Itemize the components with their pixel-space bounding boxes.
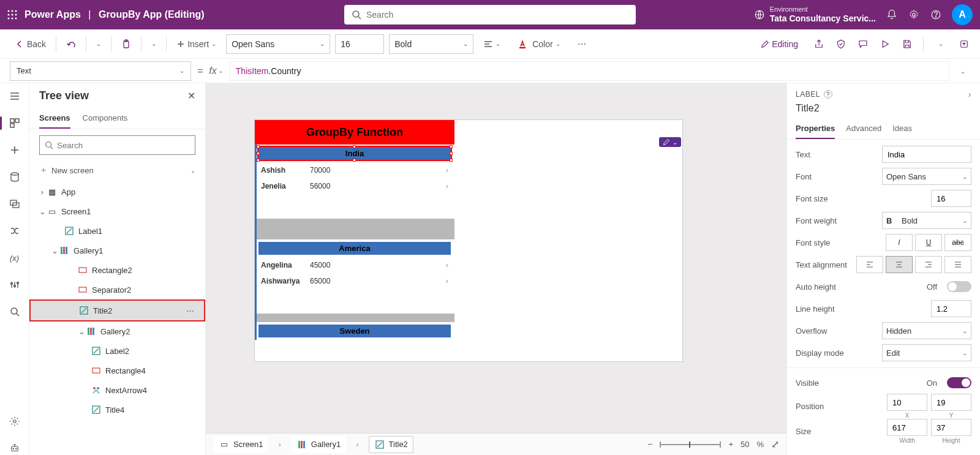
hamburger-icon[interactable] xyxy=(8,89,21,103)
app-checker-button[interactable] xyxy=(835,38,847,50)
align-menu[interactable]: ⌄ xyxy=(478,37,505,51)
list-item[interactable]: Aishwariya65000› xyxy=(255,273,454,289)
fit-to-window-icon[interactable]: ⤢ xyxy=(771,438,779,450)
tree-item-separator2[interactable]: Separator2 xyxy=(29,280,205,299)
prop-fontsize-input[interactable] xyxy=(931,190,971,207)
font-weight-select[interactable]: Bold⌄ xyxy=(389,34,473,54)
prop-width-input[interactable] xyxy=(887,419,927,436)
overflow-menu[interactable]: ⋯ xyxy=(573,37,591,51)
strike-button[interactable]: abc xyxy=(944,234,971,251)
tree-item-label2[interactable]: Label2 xyxy=(29,341,205,361)
chevron-right-icon[interactable]: › xyxy=(446,277,448,285)
settings-rail-icon[interactable] xyxy=(8,415,21,428)
zoom-slider[interactable] xyxy=(660,444,721,445)
prop-visible-toggle[interactable] xyxy=(947,377,971,388)
prop-displaymode-select[interactable]: Edit⌄ xyxy=(882,344,971,361)
prop-height-input[interactable] xyxy=(931,419,971,436)
zoom-in[interactable]: + xyxy=(728,440,733,449)
prop-font-select[interactable]: Open Sans⌄ xyxy=(882,168,971,185)
preview-button[interactable] xyxy=(879,38,891,50)
share-button[interactable] xyxy=(813,38,825,50)
save-button[interactable] xyxy=(901,38,913,50)
prop-autoheight-toggle[interactable] xyxy=(947,281,971,292)
tree-view-icon[interactable] xyxy=(8,116,21,130)
tab-screens[interactable]: Screens xyxy=(39,108,70,129)
search-rail-icon[interactable] xyxy=(8,305,21,318)
align-left-button[interactable] xyxy=(856,256,883,273)
fx-indicator[interactable]: fx⌄ xyxy=(209,66,222,77)
breadcrumb-title2[interactable]: Title2 xyxy=(369,436,413,453)
breadcrumb-gallery1[interactable]: Gallery1 xyxy=(291,436,346,453)
publish-button[interactable] xyxy=(958,38,970,50)
insert-rail-icon[interactable] xyxy=(8,143,21,157)
insert-button[interactable]: Insert ⌄ xyxy=(172,37,221,51)
underline-button[interactable]: U xyxy=(915,234,942,251)
global-search[interactable] xyxy=(344,5,636,24)
environment-picker[interactable]: Environment Tata Consultancy Servic... xyxy=(754,6,876,24)
prop-y-input[interactable] xyxy=(931,394,971,411)
tree-item-title2[interactable]: Title2⋯ xyxy=(31,301,204,320)
tree-item-screen1[interactable]: ⌄▭Screen1 xyxy=(29,201,205,221)
tree-item-rectangle4[interactable]: Rectangle4 xyxy=(29,361,205,380)
font-size-select[interactable]: 16 xyxy=(335,34,384,54)
global-search-input[interactable] xyxy=(366,10,628,20)
formula-input[interactable]: ThisItem.Country xyxy=(229,61,949,81)
variables-rail-icon[interactable]: (x) xyxy=(8,251,21,265)
tree-item-nextarrow4[interactable]: NextArrow4 xyxy=(29,380,205,400)
prop-text-input[interactable] xyxy=(882,146,971,163)
chevron-right-icon[interactable]: › xyxy=(446,182,448,190)
group-title-india[interactable]: India xyxy=(258,147,451,160)
undo-button[interactable] xyxy=(61,37,81,51)
notifications-icon[interactable] xyxy=(886,9,898,21)
tree-item-label1[interactable]: Label1 xyxy=(29,221,205,241)
flows-rail-icon[interactable] xyxy=(8,224,21,238)
tree-item-more[interactable]: ⋯ xyxy=(184,306,198,315)
tree-search[interactable] xyxy=(39,135,195,155)
paste-more[interactable]: ⌄ xyxy=(146,38,161,50)
tab-ideas[interactable]: Ideas xyxy=(892,119,912,139)
app-launcher-icon[interactable] xyxy=(7,10,17,20)
tree-item-title4[interactable]: Title4 xyxy=(29,400,205,419)
save-more[interactable]: ⌄ xyxy=(933,38,948,50)
group-title-sweden[interactable]: Sweden xyxy=(258,325,451,337)
formula-expand[interactable]: ⌄ xyxy=(956,66,970,75)
back-button[interactable]: Back xyxy=(10,37,51,51)
tab-components[interactable]: Components xyxy=(83,108,128,129)
property-dropdown[interactable]: Text ⌄ xyxy=(10,61,191,81)
settings-icon[interactable] xyxy=(908,9,920,21)
prop-x-input[interactable] xyxy=(887,394,927,411)
undo-more[interactable]: ⌄ xyxy=(91,38,106,50)
align-right-button[interactable] xyxy=(915,256,942,273)
text-color-button[interactable]: Color⌄ xyxy=(513,37,565,51)
chevron-right-icon[interactable]: › xyxy=(446,166,448,175)
prop-overflow-select[interactable]: Hidden⌄ xyxy=(882,322,971,339)
list-item[interactable]: Angelina45000› xyxy=(255,257,454,273)
prop-fontweight-select[interactable]: B Bold⌄ xyxy=(882,212,971,229)
tree-search-input[interactable] xyxy=(57,141,190,150)
italic-button[interactable]: I xyxy=(886,234,913,251)
tree-item-gallery2[interactable]: ⌄Gallery2 xyxy=(29,322,205,341)
comments-button[interactable] xyxy=(857,38,869,50)
virtual-agent-icon[interactable] xyxy=(8,442,21,455)
tree-item-gallery1[interactable]: ⌄Gallery1 xyxy=(29,241,205,260)
list-item[interactable]: Ashish70000› xyxy=(255,162,454,178)
tab-advanced[interactable]: Advanced xyxy=(846,119,881,139)
new-screen-button[interactable]: ＋ New screen ⌄ xyxy=(29,161,205,182)
info-icon[interactable]: ? xyxy=(824,90,832,99)
tools-rail-icon[interactable] xyxy=(8,278,21,291)
gallery-edit-badge[interactable]: ⌄ xyxy=(659,137,681,147)
list-item[interactable]: Jenelia56000› xyxy=(255,178,454,194)
app-header-label[interactable]: GroupBy Function xyxy=(255,120,454,145)
editing-mode-button[interactable]: Editing xyxy=(756,37,803,51)
app-surface[interactable]: GroupBy Function ⌄ India xyxy=(255,120,454,361)
align-justify-button[interactable] xyxy=(944,256,971,273)
font-family-select[interactable]: Open Sans⌄ xyxy=(226,34,330,54)
user-avatar[interactable]: A xyxy=(952,4,973,25)
tree-item-app[interactable]: ›▦App xyxy=(29,182,205,201)
tab-properties[interactable]: Properties xyxy=(796,119,835,139)
paste-button[interactable] xyxy=(116,37,136,51)
zoom-out[interactable]: − xyxy=(648,440,653,449)
breadcrumb-screen1[interactable]: ▭Screen1 xyxy=(213,436,268,453)
help-icon[interactable] xyxy=(930,9,942,21)
align-center-button[interactable] xyxy=(886,256,913,273)
